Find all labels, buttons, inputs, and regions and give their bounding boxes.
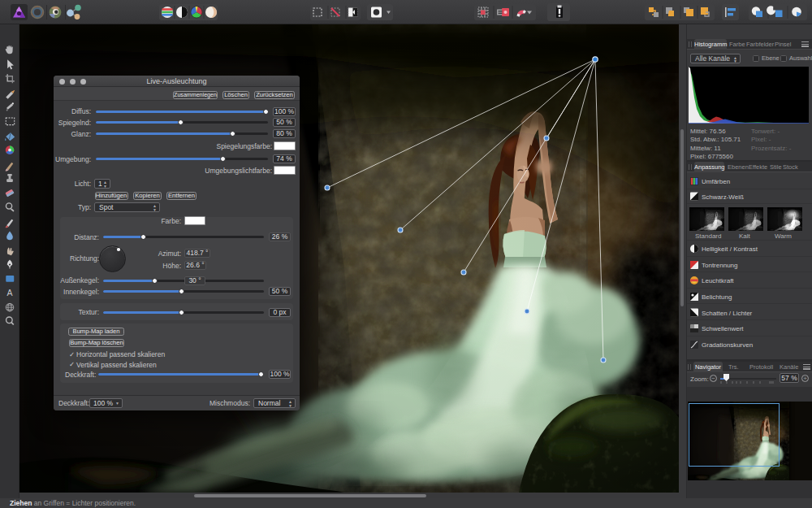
svg-text:A: A bbox=[7, 289, 13, 297]
